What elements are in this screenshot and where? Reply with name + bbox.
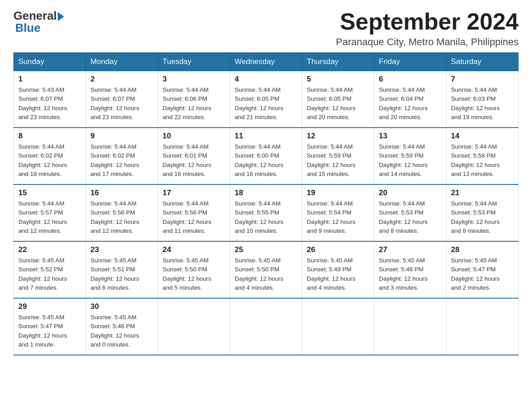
day-number: 25 (235, 245, 297, 254)
day-info: Sunrise: 5:44 AM Sunset: 5:59 PM Dayligh… (379, 142, 442, 179)
day-info: Sunrise: 5:44 AM Sunset: 5:53 PM Dayligh… (379, 199, 442, 235)
day-of-week-header: Monday (86, 53, 158, 71)
calendar-day-cell: 10 Sunrise: 5:44 AM Sunset: 6:01 PM Dayl… (158, 128, 230, 184)
day-info: Sunrise: 5:44 AM Sunset: 6:05 PM Dayligh… (235, 86, 297, 122)
day-info: Sunrise: 5:44 AM Sunset: 5:54 PM Dayligh… (307, 199, 369, 235)
day-info: Sunrise: 5:44 AM Sunset: 6:06 PM Dayligh… (163, 86, 225, 122)
calendar-week-row: 8 Sunrise: 5:44 AM Sunset: 6:02 PM Dayli… (14, 128, 519, 184)
calendar-day-cell: 14 Sunrise: 5:44 AM Sunset: 5:58 PM Dayl… (446, 128, 519, 184)
day-number: 20 (379, 188, 442, 197)
calendar-week-row: 1 Sunrise: 5:43 AM Sunset: 6:07 PM Dayli… (14, 71, 519, 128)
day-number: 12 (307, 132, 369, 141)
day-number: 22 (18, 245, 81, 254)
day-number: 4 (235, 75, 297, 84)
calendar-day-cell: 30 Sunrise: 5:45 AM Sunset: 5:46 PM Dayl… (86, 298, 158, 355)
calendar-day-cell: 29 Sunrise: 5:45 AM Sunset: 5:47 PM Dayl… (14, 298, 86, 355)
calendar-day-cell: 15 Sunrise: 5:44 AM Sunset: 5:57 PM Dayl… (14, 184, 86, 241)
calendar-day-cell: 19 Sunrise: 5:44 AM Sunset: 5:54 PM Dayl… (302, 184, 374, 241)
day-of-week-header: Saturday (446, 53, 519, 71)
day-of-week-header: Wednesday (230, 53, 302, 71)
day-number: 30 (90, 302, 153, 311)
calendar-day-cell: 20 Sunrise: 5:44 AM Sunset: 5:53 PM Dayl… (374, 184, 446, 241)
calendar-day-cell: 27 Sunrise: 5:45 AM Sunset: 5:48 PM Dayl… (374, 241, 446, 298)
day-number: 11 (235, 132, 297, 141)
day-number: 16 (90, 188, 153, 197)
day-info: Sunrise: 5:44 AM Sunset: 6:02 PM Dayligh… (90, 142, 153, 179)
calendar-day-cell: 2 Sunrise: 5:44 AM Sunset: 6:07 PM Dayli… (86, 71, 158, 128)
day-number: 14 (451, 132, 514, 141)
calendar-day-cell: 25 Sunrise: 5:45 AM Sunset: 5:50 PM Dayl… (230, 241, 302, 298)
calendar-day-cell: 1 Sunrise: 5:43 AM Sunset: 6:07 PM Dayli… (14, 71, 86, 128)
calendar-day-cell: 9 Sunrise: 5:44 AM Sunset: 6:02 PM Dayli… (86, 128, 158, 184)
logo-arrow-icon (58, 12, 64, 21)
calendar-day-cell: 3 Sunrise: 5:44 AM Sunset: 6:06 PM Dayli… (158, 71, 230, 128)
day-number: 9 (90, 132, 153, 141)
day-info: Sunrise: 5:45 AM Sunset: 5:52 PM Dayligh… (18, 256, 81, 292)
title-area: September 2024 Paranaque City, Metro Man… (336, 9, 519, 48)
day-number: 8 (18, 132, 81, 141)
calendar-day-cell: 18 Sunrise: 5:44 AM Sunset: 5:55 PM Dayl… (230, 184, 302, 241)
day-of-week-header: Friday (374, 53, 446, 71)
calendar-day-cell: 5 Sunrise: 5:44 AM Sunset: 6:05 PM Dayli… (302, 71, 374, 128)
day-number: 17 (163, 188, 225, 197)
day-info: Sunrise: 5:44 AM Sunset: 5:58 PM Dayligh… (451, 142, 514, 179)
calendar-day-cell (302, 298, 374, 355)
calendar-table: SundayMondayTuesdayWednesdayThursdayFrid… (13, 52, 519, 355)
day-number: 19 (307, 188, 369, 197)
day-info: Sunrise: 5:44 AM Sunset: 5:56 PM Dayligh… (163, 199, 225, 235)
day-info: Sunrise: 5:44 AM Sunset: 6:01 PM Dayligh… (163, 142, 225, 179)
logo: General Blue (13, 9, 64, 35)
day-number: 5 (307, 75, 369, 84)
calendar-day-cell: 12 Sunrise: 5:44 AM Sunset: 5:59 PM Dayl… (302, 128, 374, 184)
day-number: 2 (90, 75, 153, 84)
calendar-day-cell: 13 Sunrise: 5:44 AM Sunset: 5:59 PM Dayl… (374, 128, 446, 184)
day-number: 3 (163, 75, 225, 84)
calendar-week-row: 22 Sunrise: 5:45 AM Sunset: 5:52 PM Dayl… (14, 241, 519, 298)
calendar-day-cell: 26 Sunrise: 5:45 AM Sunset: 5:49 PM Dayl… (302, 241, 374, 298)
calendar-week-row: 15 Sunrise: 5:44 AM Sunset: 5:57 PM Dayl… (14, 184, 519, 241)
calendar-day-cell: 7 Sunrise: 5:44 AM Sunset: 6:03 PM Dayli… (446, 71, 519, 128)
calendar-day-cell: 28 Sunrise: 5:45 AM Sunset: 5:47 PM Dayl… (446, 241, 519, 298)
logo-blue: Blue (15, 21, 40, 35)
day-info: Sunrise: 5:44 AM Sunset: 6:03 PM Dayligh… (451, 86, 514, 122)
calendar-day-cell (374, 298, 446, 355)
day-info: Sunrise: 5:44 AM Sunset: 5:57 PM Dayligh… (18, 199, 81, 235)
day-info: Sunrise: 5:44 AM Sunset: 6:00 PM Dayligh… (235, 142, 297, 179)
day-info: Sunrise: 5:45 AM Sunset: 5:47 PM Dayligh… (18, 313, 81, 349)
day-info: Sunrise: 5:45 AM Sunset: 5:50 PM Dayligh… (235, 256, 297, 292)
day-number: 18 (235, 188, 297, 197)
day-number: 15 (18, 188, 81, 197)
page-header: General Blue September 2024 Paranaque Ci… (13, 9, 519, 48)
calendar-day-cell: 8 Sunrise: 5:44 AM Sunset: 6:02 PM Dayli… (14, 128, 86, 184)
day-info: Sunrise: 5:44 AM Sunset: 5:53 PM Dayligh… (451, 199, 514, 235)
day-number: 29 (18, 302, 81, 311)
day-number: 21 (451, 188, 514, 197)
month-title: September 2024 (336, 9, 519, 34)
day-info: Sunrise: 5:45 AM Sunset: 5:47 PM Dayligh… (451, 256, 514, 292)
calendar-day-cell: 21 Sunrise: 5:44 AM Sunset: 5:53 PM Dayl… (446, 184, 519, 241)
calendar-day-cell: 11 Sunrise: 5:44 AM Sunset: 6:00 PM Dayl… (230, 128, 302, 184)
calendar-week-row: 29 Sunrise: 5:45 AM Sunset: 5:47 PM Dayl… (14, 298, 519, 355)
day-info: Sunrise: 5:44 AM Sunset: 6:07 PM Dayligh… (90, 86, 153, 122)
day-number: 6 (379, 75, 442, 84)
day-number: 10 (163, 132, 225, 141)
day-info: Sunrise: 5:45 AM Sunset: 5:51 PM Dayligh… (90, 256, 153, 292)
day-number: 28 (451, 245, 514, 254)
calendar-day-cell: 17 Sunrise: 5:44 AM Sunset: 5:56 PM Dayl… (158, 184, 230, 241)
calendar-day-cell: 24 Sunrise: 5:45 AM Sunset: 5:50 PM Dayl… (158, 241, 230, 298)
day-info: Sunrise: 5:45 AM Sunset: 5:50 PM Dayligh… (163, 256, 225, 292)
calendar-day-cell (446, 298, 519, 355)
day-of-week-header: Tuesday (158, 53, 230, 71)
day-number: 24 (163, 245, 225, 254)
calendar-header-row: SundayMondayTuesdayWednesdayThursdayFrid… (14, 53, 519, 71)
calendar-day-cell: 23 Sunrise: 5:45 AM Sunset: 5:51 PM Dayl… (86, 241, 158, 298)
day-number: 13 (379, 132, 442, 141)
calendar-day-cell: 4 Sunrise: 5:44 AM Sunset: 6:05 PM Dayli… (230, 71, 302, 128)
day-number: 23 (90, 245, 153, 254)
day-info: Sunrise: 5:45 AM Sunset: 5:48 PM Dayligh… (379, 256, 442, 292)
calendar-day-cell (158, 298, 230, 355)
day-info: Sunrise: 5:45 AM Sunset: 5:46 PM Dayligh… (90, 313, 153, 349)
calendar-day-cell: 6 Sunrise: 5:44 AM Sunset: 6:04 PM Dayli… (374, 71, 446, 128)
day-of-week-header: Sunday (14, 53, 86, 71)
day-info: Sunrise: 5:44 AM Sunset: 6:04 PM Dayligh… (379, 86, 442, 122)
